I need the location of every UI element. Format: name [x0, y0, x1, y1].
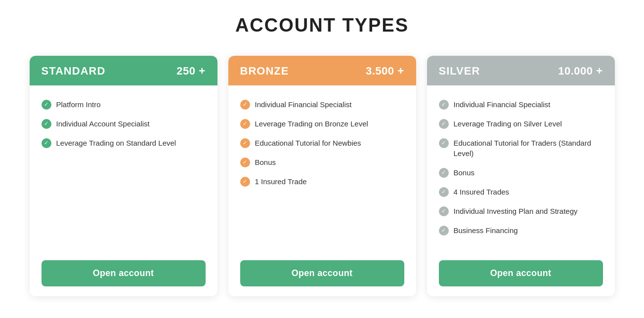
feature-text: Leverage Trading on Silver Level [454, 119, 562, 129]
feature-text: Individual Account Specialist [56, 119, 150, 129]
list-item: ✓Individual Account Specialist [42, 119, 206, 129]
feature-text: Bonus [454, 167, 475, 178]
feature-text: Educational Tutorial for Newbies [255, 138, 361, 148]
card-header-silver: SILVER10.000 + [427, 56, 615, 85]
feature-text: Educational Tutorial for Traders (Standa… [454, 138, 603, 159]
list-item: ✓Platform Intro [42, 99, 206, 110]
list-item: ✓Educational Tutorial for Newbies [240, 138, 404, 148]
card-body-silver: ✓Individual Financial Specialist✓Leverag… [427, 85, 615, 296]
check-icon: ✓ [240, 158, 250, 167]
check-icon: ✓ [439, 168, 449, 178]
card-type-bronze: BRONZE [240, 65, 289, 78]
feature-text: Leverage Trading on Standard Level [56, 138, 176, 148]
cards-container: STANDARD250 +✓Platform Intro✓Individual … [10, 56, 634, 296]
card-amount-silver: 10.000 + [558, 65, 602, 78]
feature-text: Business Financing [454, 225, 518, 236]
card-amount-standard: 250 + [176, 65, 205, 78]
card-amount-bronze: 3.500 + [366, 65, 404, 78]
features-list-bronze: ✓Individual Financial Specialist✓Leverag… [240, 99, 404, 244]
card-body-standard: ✓Platform Intro✓Individual Account Speci… [30, 85, 217, 296]
check-icon: ✓ [240, 100, 250, 110]
card-header-standard: STANDARD250 + [30, 56, 217, 85]
check-icon: ✓ [42, 138, 51, 148]
card-body-bronze: ✓Individual Financial Specialist✓Leverag… [228, 85, 416, 296]
card-silver: SILVER10.000 +✓Individual Financial Spec… [427, 56, 615, 296]
feature-text: 1 Insured Trade [255, 176, 307, 187]
check-icon: ✓ [439, 187, 449, 197]
card-bronze: BRONZE3.500 +✓Individual Financial Speci… [228, 56, 416, 296]
open-account-button-bronze[interactable]: Open account [240, 260, 404, 286]
list-item: ✓Individual Investing Plan and Strategy [439, 206, 603, 216]
feature-text: Leverage Trading on Bronze Level [255, 119, 368, 129]
page-title: ACCOUNT TYPES [10, 15, 634, 36]
card-header-bronze: BRONZE3.500 + [228, 56, 416, 85]
list-item: ✓Individual Financial Specialist [439, 99, 603, 110]
card-type-silver: SILVER [439, 65, 480, 78]
card-type-standard: STANDARD [42, 65, 106, 78]
check-icon: ✓ [42, 100, 51, 110]
list-item: ✓1 Insured Trade [240, 176, 404, 187]
check-icon: ✓ [439, 119, 449, 129]
feature-text: Individual Investing Plan and Strategy [454, 206, 578, 216]
features-list-standard: ✓Platform Intro✓Individual Account Speci… [42, 99, 206, 244]
feature-text: Individual Financial Specialist [454, 99, 551, 110]
list-item: ✓Individual Financial Specialist [240, 99, 404, 110]
feature-text: 4 Insured Trades [454, 187, 510, 197]
feature-text: Individual Financial Specialist [255, 99, 352, 110]
features-list-silver: ✓Individual Financial Specialist✓Leverag… [439, 99, 603, 244]
card-standard: STANDARD250 +✓Platform Intro✓Individual … [30, 56, 217, 296]
check-icon: ✓ [240, 138, 250, 148]
open-account-button-silver[interactable]: Open account [439, 260, 603, 286]
list-item: ✓Business Financing [439, 225, 603, 236]
check-icon: ✓ [439, 206, 449, 216]
list-item: ✓Bonus [439, 167, 603, 178]
open-account-button-standard[interactable]: Open account [42, 260, 206, 286]
page-wrapper: ACCOUNT TYPES STANDARD250 +✓Platform Int… [10, 15, 634, 296]
check-icon: ✓ [439, 138, 449, 148]
check-icon: ✓ [439, 100, 449, 110]
check-icon: ✓ [439, 226, 449, 236]
check-icon: ✓ [240, 177, 250, 187]
check-icon: ✓ [42, 119, 51, 129]
list-item: ✓Educational Tutorial for Traders (Stand… [439, 138, 603, 159]
list-item: ✓Leverage Trading on Silver Level [439, 119, 603, 129]
check-icon: ✓ [240, 119, 250, 129]
list-item: ✓Bonus [240, 157, 404, 167]
feature-text: Platform Intro [56, 99, 101, 110]
list-item: ✓4 Insured Trades [439, 187, 603, 197]
list-item: ✓Leverage Trading on Bronze Level [240, 119, 404, 129]
feature-text: Bonus [255, 157, 276, 167]
list-item: ✓Leverage Trading on Standard Level [42, 138, 206, 148]
